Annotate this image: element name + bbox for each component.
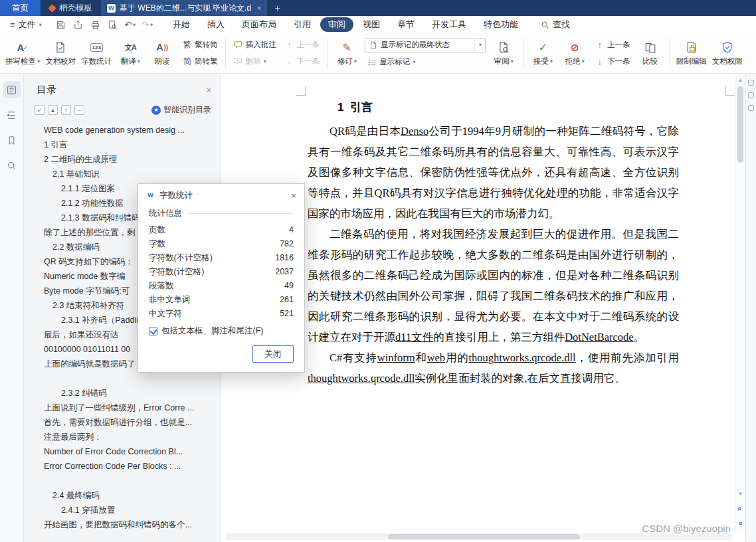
reject-button[interactable]: ⊘ 拒绝▾ <box>559 35 591 72</box>
document-body: QR码是由日本Denso公司于1994年9月研制的一种矩阵二维码符号，它除具有一… <box>308 121 679 389</box>
next-page-button[interactable]: « <box>735 519 745 527</box>
toc-item[interactable]: 2.3.2 纠错码 <box>24 386 221 401</box>
compare-button[interactable]: 比较 <box>634 35 666 72</box>
toc-collapse-all-icon[interactable]: ▲ <box>48 105 58 115</box>
stat-row: 段落数49 <box>149 279 294 293</box>
read-aloud-button[interactable]: A)) 朗读 <box>146 35 178 72</box>
combo-caret[interactable]: ▾ <box>474 39 485 52</box>
ribbon-tab-8[interactable]: 特色功能 <box>476 17 526 32</box>
print-button[interactable] <box>88 17 104 32</box>
accept-label: 接受 <box>533 56 549 66</box>
search-panel-button[interactable] <box>3 157 21 174</box>
ribbon-tab-6[interactable]: 章节 <box>389 17 423 32</box>
next-comment-button[interactable]: ↓ 下一条 <box>282 55 322 68</box>
ribbon-separator <box>670 39 670 68</box>
ribbon-group-protect: 限制编辑 文档权限 <box>674 33 745 73</box>
outline-panel-button[interactable] <box>3 106 21 124</box>
toc-collapse-icon[interactable]: − <box>74 105 84 115</box>
horizontal-scrollbar-thumb[interactable] <box>388 534 581 539</box>
docer-icon <box>48 4 56 13</box>
caret-icon: ▾ <box>582 58 585 64</box>
toc-item[interactable]: 首先，需要对数据码进行分组，也就是... <box>24 415 221 430</box>
redo-button[interactable]: ↷ ▾ <box>140 17 155 32</box>
export-button[interactable] <box>70 17 86 32</box>
trad-to-simp-button[interactable]: 繁 繁转简 <box>180 39 220 52</box>
tab-close-icon[interactable]: × <box>257 4 261 12</box>
toc-item[interactable]: Number of Error Code Correction Bl... <box>24 444 221 459</box>
document-permission-button[interactable]: 文档权限 <box>709 35 745 72</box>
include-textbox-checkbox[interactable] <box>149 327 157 335</box>
translate-button[interactable]: 文A 翻译▾ <box>114 35 146 72</box>
display-for-review-combo[interactable]: 显示标记的最终状态 ▾ <box>365 38 486 52</box>
vertical-scrollbar[interactable]: ▲ ▼ « « <box>735 74 745 531</box>
scroll-down-arrow[interactable]: ▼ <box>735 491 745 497</box>
toc-panel-button[interactable] <box>3 81 21 98</box>
resources-pane-icon[interactable] <box>748 92 754 98</box>
file-menu[interactable]: ≡ 文件 ▾ <box>4 19 48 31</box>
toc-close-icon[interactable]: × <box>206 85 211 95</box>
bookmark-panel-button[interactable] <box>3 132 21 149</box>
word-count-button[interactable]: 123 字数统计 <box>78 35 114 72</box>
insert-comment-button[interactable]: 插入批注 <box>231 39 278 52</box>
docer-templates-tab[interactable]: 稻壳模板 <box>41 0 101 16</box>
document-tab[interactable]: W 基于 WEB的二维...与实现 毕业论文.d × <box>101 0 267 16</box>
properties-pane-icon[interactable] <box>748 80 754 86</box>
ribbon-tab-3[interactable]: 引用 <box>286 17 319 32</box>
smart-toc-button[interactable]: ★ 智能识别目录 <box>151 104 211 116</box>
previous-page-button[interactable]: « <box>735 505 745 513</box>
toc-item[interactable]: 1 引言 <box>24 137 221 152</box>
save-button[interactable] <box>53 17 69 32</box>
stat-label: 字符数(计空格) <box>149 265 204 279</box>
toc-item[interactable]: 2.4.1 穿插放置 <box>24 503 221 517</box>
dialog-close-icon[interactable]: × <box>291 191 296 201</box>
previous-change-button[interactable]: ↑ 上一条 <box>593 39 632 52</box>
save-icon <box>56 20 66 30</box>
include-textbox-row[interactable]: 包括文本框、脚注和尾注(F) <box>149 325 294 337</box>
toc-item[interactable]: 2.4 最终编码 <box>24 488 221 503</box>
undo-button[interactable]: ↶ ▾ <box>122 17 138 32</box>
toc-item[interactable]: 2 二维码的生成原理 <box>24 152 221 167</box>
ribbon-tab-2[interactable]: 页面布局 <box>234 17 284 32</box>
toc-select-icon[interactable]: ✓ <box>35 105 45 115</box>
next-change-button[interactable]: ↓ 下一条 <box>593 55 632 68</box>
dialog-titlebar[interactable]: W 字数统计 × <box>138 184 304 207</box>
toc-item[interactable]: 开始画图，要把数据码和纠错码的各个... <box>24 517 221 532</box>
print-preview-icon <box>108 20 118 30</box>
toc-toolbar: ✓ ▲ + − ★ 智能识别目录 <box>24 96 221 116</box>
show-markup-button[interactable]: 显示标记 ▾ <box>365 56 486 69</box>
toc-item[interactable]: 2.1 基础知识 <box>24 167 221 181</box>
find-button[interactable]: 查找 <box>541 19 570 31</box>
toc-item[interactable]: 上面说到了一些纠错级别，Error Corre ... <box>24 401 221 415</box>
ribbon-tab-1[interactable]: 插入 <box>199 17 233 32</box>
close-button[interactable]: 关闭 <box>252 345 294 363</box>
navigation-pane-icon[interactable] <box>748 105 754 111</box>
next-comment-label: 下一条 <box>297 56 320 66</box>
show-markup-icon <box>367 57 377 67</box>
toc-item[interactable]: 注意最后两列： <box>24 430 221 444</box>
new-tab-button[interactable]: + <box>267 0 287 16</box>
toc-item[interactable]: WEB code generation system desig ... <box>24 123 221 137</box>
scrollbar-thumb[interactable] <box>737 86 743 163</box>
previous-comment-button[interactable]: ↑ 上一条 <box>282 39 322 52</box>
simp-to-trad-button[interactable]: 简 简转繁 <box>180 55 220 68</box>
accept-button[interactable]: ✓ 接受▾ <box>527 35 559 72</box>
change-nav-stack: ↑ 上一条 ↓ 下一条 <box>591 39 634 68</box>
horizontal-scrollbar[interactable] <box>226 533 732 540</box>
spellcheck-button[interactable]: A✓ 拼写检查▾ <box>3 35 43 72</box>
restrict-editing-button[interactable]: 限制编辑 <box>674 35 709 72</box>
ribbon-tab-4[interactable]: 审阅 <box>320 17 353 32</box>
print-preview-button[interactable] <box>105 17 121 32</box>
review-button[interactable]: 审阅▾ <box>488 35 520 72</box>
proofread-button[interactable]: 文档校对 <box>43 35 78 72</box>
ribbon-tab-7[interactable]: 开发工具 <box>424 17 474 32</box>
scroll-up-arrow[interactable]: ▲ <box>735 77 745 83</box>
toc-expand-icon[interactable]: + <box>61 105 71 115</box>
caret-icon: ▾ <box>150 22 153 28</box>
track-changes-button[interactable]: ✎ 修订▾ <box>331 35 363 72</box>
toc-item[interactable]: Error Correction Code Per Blocks : ... <box>24 459 221 474</box>
delete-comment-button[interactable]: 删除 ▾ <box>231 55 278 68</box>
ribbon-tab-5[interactable]: 视图 <box>355 17 388 32</box>
home-tab[interactable]: 首页 <box>0 0 41 16</box>
compare-label: 比较 <box>642 56 658 66</box>
ribbon-tab-0[interactable]: 开始 <box>165 17 198 32</box>
